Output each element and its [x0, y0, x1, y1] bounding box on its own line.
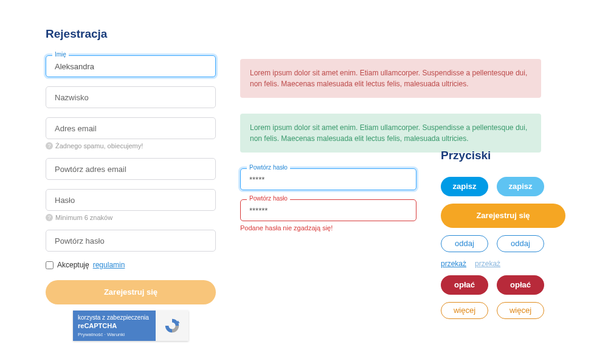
- recaptcha-line3: Prywatność · Warunki: [78, 332, 151, 337]
- pay-button[interactable]: opłać: [441, 275, 488, 295]
- buttons-heading: Przyciski: [441, 149, 565, 162]
- return-button[interactable]: oddaj: [441, 235, 488, 252]
- accept-terms-checkbox[interactable]: [46, 261, 54, 269]
- pw-demo-input-2[interactable]: [240, 199, 416, 221]
- pw-demo-input-1[interactable]: [240, 168, 416, 190]
- more-button[interactable]: więcej: [441, 302, 488, 319]
- pw-demo-label-2: Powtórz hasło: [247, 195, 290, 202]
- pw-demo-error-wrap: Powtórz hasło: [240, 199, 416, 221]
- pw-demo-error-text: Podane hasła nie zgadzają się!: [240, 224, 416, 232]
- page-title: Rejestracja: [46, 27, 216, 41]
- return-button-2[interactable]: oddaj: [497, 235, 544, 252]
- password-field-wrap: [46, 189, 216, 211]
- accept-terms-row: Akceptuję regulamin: [46, 261, 216, 269]
- save-button[interactable]: zapisz: [441, 177, 488, 196]
- save-button-light[interactable]: zapisz: [497, 177, 544, 196]
- transfer-link-muted[interactable]: przekaż: [475, 259, 500, 268]
- question-icon: ?: [46, 214, 53, 221]
- question-icon: ?: [46, 142, 53, 149]
- password-hint: ? Minimum 6 znaków: [46, 214, 216, 221]
- first-name-label: Imię: [52, 51, 69, 58]
- recaptcha-icon: [164, 317, 181, 334]
- pay-button-2[interactable]: opłać: [497, 275, 544, 295]
- recaptcha-badge: korzysta z zabezpieczenia reCAPTCHA Pryw…: [73, 311, 188, 341]
- email-repeat-field-wrap: [46, 158, 216, 180]
- register-submit-button[interactable]: Zarejestruj się: [46, 280, 216, 304]
- email-field-wrap: [46, 117, 216, 139]
- password-repeat-field-wrap: [46, 230, 216, 252]
- register-button[interactable]: Zarejestruj się: [441, 204, 565, 228]
- email-hint: ? Żadnego spamu, obiecujemy!: [46, 142, 216, 149]
- email-input[interactable]: [46, 117, 216, 139]
- recaptcha-line2: reCAPTCHA: [78, 322, 151, 329]
- recaptcha-line1: korzysta z zabezpieczenia: [78, 314, 151, 321]
- more-button-2[interactable]: więcej: [497, 302, 544, 319]
- first-name-input[interactable]: [46, 55, 216, 77]
- pw-demo-focused-wrap: Powtórz hasło: [240, 168, 416, 190]
- last-name-field-wrap: [46, 86, 216, 108]
- transfer-link[interactable]: przekaż: [441, 259, 466, 268]
- last-name-input[interactable]: [46, 86, 216, 108]
- accept-terms-text: Akceptuję: [57, 261, 89, 269]
- terms-link[interactable]: regulamin: [93, 261, 125, 269]
- password-input[interactable]: [46, 189, 216, 211]
- password-repeat-input[interactable]: [46, 230, 216, 252]
- first-name-field-wrap: Imię: [46, 55, 216, 77]
- pw-demo-label-1: Powtórz hasło: [247, 164, 290, 171]
- email-repeat-input[interactable]: [46, 158, 216, 180]
